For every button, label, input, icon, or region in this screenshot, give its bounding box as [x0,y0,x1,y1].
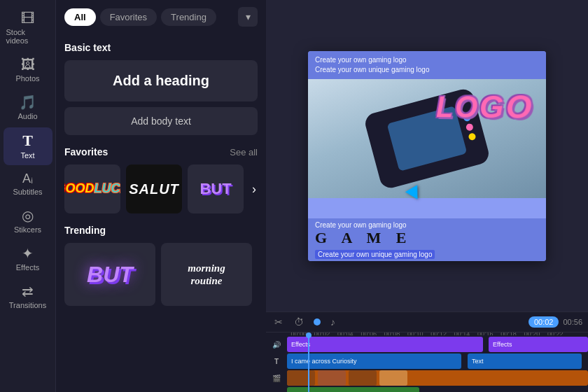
sidebar-item-effects[interactable]: ✦ Effects [4,241,52,277]
track-segments-caption[interactable]: Great approve [287,387,588,392]
playhead-line [308,335,309,392]
canvas-top-text-2: Create your own unique gaming logo [315,65,539,75]
video-track-icon: 🎬 [272,374,281,382]
game-text: G A M E [315,229,539,247]
text-panel: All Favorites Trending ▾ Basic text Add … [56,0,266,392]
effects-segment-1[interactable]: Effects [287,337,483,352]
canvas-area: Create your own gaming logo Create your … [266,0,588,312]
music-tool[interactable]: ♪ [328,315,338,329]
text-segment-2[interactable]: Text [468,354,582,369]
subtitles-icon: Aᵢ [22,172,33,185]
playhead-indicator [314,318,321,326]
timeline-toolbar: ✂ ⏱ ♪ 00:02 00:56 [266,312,588,332]
sidebar: 🎞 Stock videos 🖼 Photos 🎵 Audio T Text A… [0,0,56,392]
filter-tabs-bar: All Favorites Trending ▾ [56,0,266,34]
sample-good-luck[interactable]: GOOD LUCK [64,164,120,214]
scroll-right-arrow[interactable]: › [249,179,259,200]
timeline-area: ✂ ⏱ ♪ 00:02 00:56 00:00 00:02 00:04 00:0… [266,312,588,392]
sidebar-item-label: Subtitles [13,188,42,196]
basic-text-area: Add a heading Add body text [64,60,258,135]
device-btn-3 [468,132,476,141]
main-area: Create your own gaming logo Create your … [266,0,588,392]
basic-text-title: Basic text [64,42,258,53]
sidebar-item-label: Stikcers [14,225,41,234]
track-segments-effects[interactable]: Effects Effects [287,337,588,352]
panel-content: Basic text Add a heading Add body text F… [56,34,266,392]
sidebar-item-photos[interactable]: 🖼 Photos [4,52,52,88]
sidebar-item-label: Photos [15,74,39,83]
sidebar-item-stickers[interactable]: ◎ Stikcers [4,203,52,239]
video-segment[interactable] [287,370,588,386]
tab-all[interactable]: All [64,8,96,26]
logo-text-overlay[interactable]: LOGO [437,88,535,125]
add-heading-button[interactable]: Add a heading [64,60,258,102]
but-trending-text: BUT [87,262,133,288]
morning-routine-text: morning routine [188,262,225,287]
effects-icon: ✦ [22,246,34,260]
canvas-top-bar: Create your own gaming logo Create your … [308,51,546,79]
track-row-effects: 🔊 Effects Effects [266,337,588,352]
sidebar-item-label: Stock videos [6,28,50,45]
canvas-bottom-bar: Create your own gaming logo G A M E Crea… [308,218,546,261]
favorites-section-header: Favorites See all [64,146,258,158]
sidebar-item-label: Effects [16,263,39,272]
favorites-title: Favorites [64,146,108,158]
track-row-text: T I came across Curiosity Text [266,354,588,369]
sidebar-item-stock-videos[interactable]: 🎞 Stock videos [4,6,52,50]
canvas-bottom-text-3: Create your own unique gaming logo [315,250,435,259]
canvas-bottom-text-1: Create your own gaming logo [315,221,539,229]
sample-but-purple[interactable]: BUT [188,164,244,214]
track-label-text: T [266,358,287,365]
caption-segment-1[interactable]: Great approve [287,387,419,392]
total-time-label: 00:56 [563,318,582,326]
timeline-tracks: 🔊 Effects Effects T [266,335,588,392]
design-canvas[interactable]: Create your own gaming logo Create your … [308,51,546,261]
sidebar-item-label: Transitions [9,301,46,309]
trending-samples-row: BUT morning routine [64,243,258,306]
chevron-down-icon[interactable]: ▾ [238,7,258,27]
tab-trending[interactable]: Trending [161,8,216,26]
track-row-caption: T Great approve [266,387,588,392]
audio-icon: 🎵 [19,95,36,109]
track-row-video: 🎬 [266,370,588,386]
canvas-top-text-1: Create your own gaming logo [315,55,539,65]
sample-but-trending[interactable]: BUT [64,243,155,306]
effects-segment-2[interactable]: Effects [489,337,588,352]
effects-track-icon: 🔊 [272,341,281,349]
salut-text: SALUT [126,164,182,214]
sidebar-item-label: Text [20,151,34,160]
sidebar-item-transitions[interactable]: ⇄ Transitions [4,279,52,315]
see-all-link[interactable]: See all [230,147,258,158]
sidebar-item-label: Audio [18,112,37,120]
tab-favorites[interactable]: Favorites [100,8,157,26]
transitions-icon: ⇄ [22,284,34,298]
photos-icon: 🖼 [21,57,35,71]
track-segments-text[interactable]: I came across Curiosity Text [287,354,588,369]
sample-salut[interactable]: SALUT [126,164,182,214]
time-display: 00:02 00:56 [528,316,582,328]
scissors-tool[interactable]: ✂ [272,315,286,329]
current-time-badge: 00:02 [528,316,559,328]
track-label-effects: 🔊 [266,341,287,349]
trending-title: Trending [64,225,258,236]
sidebar-item-audio[interactable]: 🎵 Audio [4,90,52,126]
text-segment-1[interactable]: I came across Curiosity [287,354,461,369]
text-icon: T [22,133,33,148]
playhead-head [306,332,312,338]
sample-morning-routine[interactable]: morning routine [161,243,252,306]
good-luck-text: GOOD LUCK [64,164,120,214]
sidebar-item-text[interactable]: T Text [4,127,52,165]
stickers-icon: ◎ [22,209,34,223]
track-segments-video[interactable] [287,370,588,386]
clock-tool[interactable]: ⏱ [291,315,307,329]
tracks-wrapper: 🔊 Effects Effects T [266,335,588,392]
track-label-video: 🎬 [266,374,287,382]
add-body-text-button[interactable]: Add body text [64,107,258,135]
favorites-samples-row: GOOD LUCK SALUT BUT › [64,164,258,214]
sidebar-item-subtitles[interactable]: Aᵢ Subtitles [4,167,52,202]
but-purple-text: BUT [188,164,244,214]
stock-videos-icon: 🎞 [21,11,35,25]
